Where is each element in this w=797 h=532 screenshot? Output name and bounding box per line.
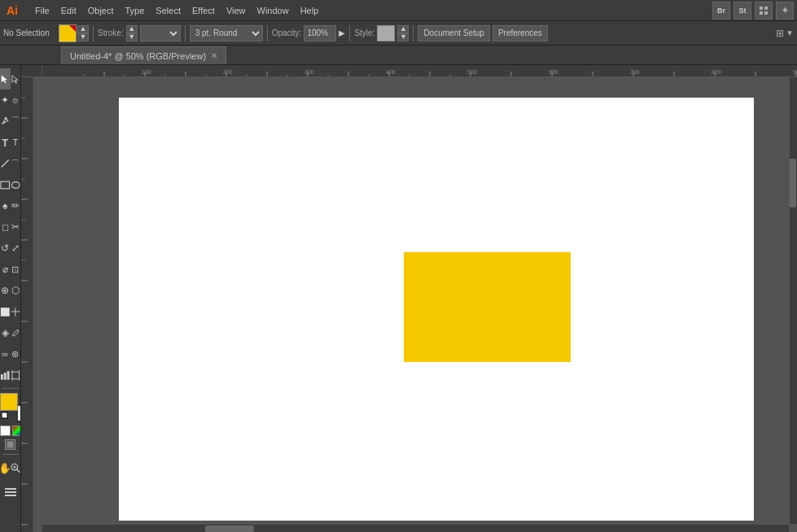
tool-row-11: ⊕ ⬡ — [0, 280, 20, 301]
type-tool[interactable]: T — [0, 132, 11, 153]
tool-row-13: ◈ — [0, 322, 20, 343]
solid-fill-button[interactable] — [0, 425, 11, 436]
tool-row-4: T T — [0, 132, 20, 153]
mesh-tool[interactable] — [11, 301, 21, 322]
tool-row-10: ⌀ ⊡ — [0, 259, 20, 280]
yellow-rectangle[interactable] — [404, 252, 571, 362]
tool-row-5: ⌒ — [0, 153, 20, 174]
paintbrush-tool[interactable]: ♠ — [0, 195, 11, 216]
style-down[interactable]: ▼ — [397, 33, 409, 41]
scissors-tool[interactable]: ✂ — [11, 216, 21, 238]
pen-tool[interactable] — [0, 111, 11, 132]
ruler-corner — [21, 65, 42, 77]
star-icon[interactable]: ✦ — [776, 2, 794, 20]
menu-object[interactable]: Object — [82, 4, 120, 17]
fill-up-arrow[interactable]: ▲ — [77, 25, 89, 33]
menu-view[interactable]: View — [221, 4, 252, 17]
selection-label: No Selection — [3, 28, 56, 37]
grid-icon[interactable] — [755, 2, 773, 20]
toolbox-divider-1 — [2, 388, 19, 389]
selection-tool[interactable] — [0, 68, 11, 89]
blend-tool[interactable]: ∞ — [0, 343, 11, 364]
symbol-tool[interactable]: ⊛ — [11, 343, 21, 364]
gradient-fill-button[interactable] — [12, 425, 21, 436]
document-tab[interactable]: Untitled-4* @ 50% (RGB/Preview) ✕ — [61, 46, 226, 64]
change-screen-button[interactable] — [5, 439, 15, 450]
shape-builder-tool[interactable]: ⊕ — [0, 280, 11, 301]
stock-icon[interactable]: St — [734, 2, 751, 20]
tab-title: Untitled-4* @ 50% (RGB/Preview) — [70, 51, 206, 61]
rect-tool[interactable] — [0, 174, 11, 195]
menu-effect[interactable]: Effect — [186, 4, 221, 17]
magic-wand-tool[interactable]: ✦ — [0, 89, 11, 111]
toolbar-end-icons: ⊞ ▼ — [776, 28, 794, 39]
direct-select-tool[interactable] — [11, 68, 21, 89]
divider-4 — [349, 25, 350, 41]
scroll-thumb-y[interactable] — [790, 159, 796, 207]
warp-tool[interactable]: ⌀ — [0, 259, 11, 280]
opacity-arrow[interactable]: ▶ — [339, 28, 345, 37]
menu-type[interactable]: Type — [120, 4, 151, 17]
rotate-tool[interactable]: ↺ — [0, 238, 11, 259]
svg-rect-29 — [5, 491, 16, 493]
opacity-input[interactable] — [304, 25, 336, 41]
graph-tool[interactable] — [0, 364, 11, 386]
hand-tool[interactable]: ✋ — [0, 457, 11, 478]
svg-rect-1 — [764, 7, 768, 10]
scale-tool[interactable]: ⤢ — [11, 238, 21, 259]
vertical-scrollbar[interactable] — [789, 77, 797, 524]
style-swatch[interactable] — [377, 25, 395, 41]
menu-file[interactable]: File — [29, 4, 55, 17]
menu-window[interactable]: Window — [252, 4, 295, 17]
menu-icon-group: Br St ✦ — [712, 2, 794, 20]
lasso-tool[interactable]: ⌾ — [11, 89, 21, 111]
stroke-down[interactable]: ▼ — [126, 33, 138, 41]
bridge-icon[interactable]: Br — [712, 2, 730, 20]
tool-row-14: ∞ ⊛ — [0, 343, 20, 364]
zoom-tool[interactable] — [11, 457, 21, 478]
tool-row-7: ♠ ✏ — [0, 195, 20, 216]
live-paint-tool[interactable]: ⬡ — [11, 280, 21, 301]
menu-select[interactable]: Select — [150, 4, 186, 17]
fill-swatch[interactable] — [59, 24, 77, 42]
fill-down-arrow[interactable]: ▼ — [77, 33, 89, 41]
arc-tool[interactable]: ⌒ — [11, 153, 21, 174]
divider-3 — [267, 25, 268, 41]
arrange-down-icon[interactable]: ▼ — [786, 28, 794, 37]
eraser-tool[interactable]: ◻ — [0, 216, 11, 238]
curvature-tool[interactable]: ⌒ — [11, 111, 21, 132]
line-tool[interactable] — [0, 153, 11, 174]
svg-rect-3 — [764, 11, 768, 15]
ellipse-tool[interactable] — [11, 174, 21, 195]
stroke-style-select[interactable]: 3 pt. Round — [190, 25, 263, 41]
menu-help[interactable]: Help — [295, 4, 325, 17]
edit-toolbar-button[interactable] — [0, 482, 21, 503]
scroll-thumb-x[interactable] — [205, 525, 254, 532]
tab-close-button[interactable]: ✕ — [211, 51, 217, 60]
fill-area: ▲ ▼ — [59, 24, 89, 42]
style-arrows: ▲ ▼ — [397, 25, 409, 41]
svg-text:100: 100 — [142, 69, 151, 75]
document-setup-button[interactable]: Document Setup — [418, 25, 490, 41]
pencil-tool[interactable]: ✏ — [11, 195, 21, 216]
preferences-button[interactable]: Preferences — [493, 25, 548, 41]
canvas-area[interactable]: 100 200 300 400 500 600 700 800 900 — [21, 65, 797, 532]
horizontal-scrollbar[interactable] — [42, 524, 789, 532]
stroke-up[interactable]: ▲ — [126, 25, 138, 33]
style-up[interactable]: ▲ — [397, 25, 409, 33]
fill-color-box[interactable] — [0, 393, 18, 411]
document-canvas[interactable] — [119, 98, 754, 521]
svg-point-6 — [5, 117, 7, 120]
perspective-tool[interactable]: ⬜ — [0, 301, 11, 322]
eyedropper-tool[interactable] — [11, 322, 21, 343]
touch-type-tool[interactable]: T — [11, 132, 21, 153]
svg-rect-12 — [1, 374, 3, 380]
artboard-tool[interactable] — [11, 364, 21, 386]
arrange-icon[interactable]: ⊞ — [776, 28, 784, 39]
stroke-weight-select[interactable] — [140, 25, 181, 41]
svg-rect-30 — [5, 495, 16, 496]
gradient-tool[interactable]: ◈ — [0, 322, 11, 343]
default-fill-stroke-icon[interactable] — [1, 412, 9, 421]
menu-edit[interactable]: Edit — [55, 4, 82, 17]
free-transform-tool[interactable]: ⊡ — [11, 259, 21, 280]
